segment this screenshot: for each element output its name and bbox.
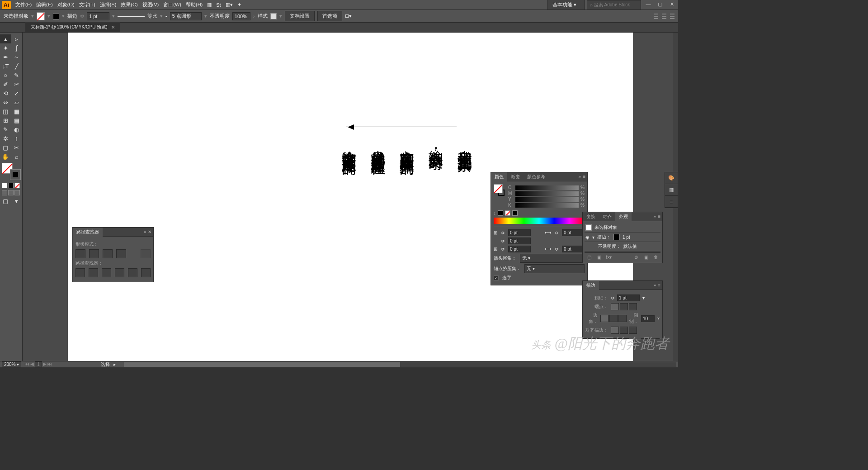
align-icon[interactable]: ⊞▾ <box>345 13 352 19</box>
panel-expand-icon[interactable]: » <box>654 283 656 288</box>
symbol-tool[interactable]: ✲ <box>0 134 11 143</box>
screen-mode-toggle[interactable]: ▾ <box>11 196 23 205</box>
cap-round[interactable] <box>620 303 628 310</box>
panel-close-icon[interactable]: ✕ <box>148 229 151 234</box>
menu-view[interactable]: 视图(V) <box>142 1 159 8</box>
none-mode[interactable] <box>14 183 20 188</box>
stroke-weight-input[interactable] <box>87 12 109 20</box>
gradient-mode[interactable] <box>8 183 14 188</box>
none-swatch[interactable] <box>505 210 510 216</box>
y-input[interactable] <box>508 237 531 244</box>
menu-help[interactable]: 帮助(H) <box>186 1 203 8</box>
miter-limit-input[interactable] <box>641 315 655 322</box>
minus-back-button[interactable] <box>141 268 151 277</box>
width-tool[interactable]: ⇔ <box>0 98 11 107</box>
menu-object[interactable]: 对象(O) <box>57 1 75 8</box>
stroke-swatch[interactable] <box>53 13 59 19</box>
k-slider[interactable] <box>515 203 579 208</box>
minus-front-button[interactable] <box>89 249 99 258</box>
divide-button[interactable] <box>75 268 85 277</box>
new-fill-icon[interactable]: ▢ <box>585 255 593 261</box>
workspace-switcher[interactable]: 基本功能 ▾ <box>547 0 585 10</box>
stroke-tab[interactable]: 描边 <box>583 281 599 290</box>
last-color[interactable] <box>498 210 503 216</box>
free-transform-tool[interactable]: ▱ <box>11 98 23 107</box>
document-tab[interactable]: 未标题-1* @ 200% (CMYK/GPU 预览) ✕ <box>25 22 120 32</box>
x2-input[interactable] <box>508 246 531 252</box>
pathfinder-tab[interactable]: 路径查找器 <box>73 228 103 237</box>
panel-menu-icon[interactable]: ≡ <box>658 283 660 288</box>
selection-tool[interactable]: ▴ <box>0 34 11 43</box>
search-input[interactable]: ⌕ 搜索 Adobe Stock <box>587 0 641 10</box>
preferences-button[interactable]: 首选项 <box>317 11 342 21</box>
dock-palette-icon[interactable]: 🎨 <box>665 172 678 184</box>
align-center[interactable] <box>611 327 619 334</box>
corner-round[interactable] <box>609 315 618 322</box>
panel-collapse-icon[interactable]: « <box>143 229 146 234</box>
dock-brushes-icon[interactable]: ≡ <box>665 196 678 208</box>
horizontal-scrollbar[interactable] <box>124 362 676 367</box>
slice-tool[interactable]: ✂ <box>11 143 23 152</box>
gpu-icon[interactable]: ✦ <box>237 2 241 8</box>
fx-icon[interactable]: fx▾ <box>605 255 613 261</box>
direct-selection-tool[interactable]: ▹ <box>11 34 23 43</box>
mesh-tool[interactable]: ⊞ <box>0 116 11 125</box>
y-slider[interactable] <box>515 197 579 202</box>
merge-button[interactable] <box>102 268 111 277</box>
draw-inside[interactable] <box>14 190 20 195</box>
duplicate-icon[interactable]: ▣ <box>642 255 650 261</box>
w2-input[interactable] <box>562 246 585 252</box>
corner-bevel[interactable] <box>618 315 627 322</box>
bridge-icon[interactable]: ▦ <box>207 2 212 8</box>
brush-input[interactable] <box>170 12 202 20</box>
prev-artboard[interactable]: ◀ <box>30 361 34 367</box>
magic-wand-tool[interactable]: ✦ <box>0 43 11 52</box>
pencil-tool[interactable]: ✐ <box>0 80 11 89</box>
gradient-tool[interactable]: ▤ <box>11 116 23 125</box>
unite-button[interactable] <box>75 249 85 258</box>
graph-tool[interactable]: ⫿ <box>11 134 23 143</box>
shape-builder-tool[interactable]: ◫ <box>0 107 11 116</box>
menu-select[interactable]: 选择(S) <box>100 1 117 8</box>
outline-button[interactable] <box>128 268 137 277</box>
cap-projecting[interactable] <box>629 303 637 310</box>
panel-menu-icon[interactable]: ≡ <box>583 174 585 179</box>
panel-expand-icon[interactable]: » <box>654 214 656 219</box>
pen-tool[interactable]: ✒ <box>0 52 11 62</box>
clear-icon[interactable]: ⊘ <box>632 255 640 261</box>
close-button[interactable]: ✕ <box>667 1 676 9</box>
panel-icon-2[interactable] <box>662 14 666 19</box>
last-artboard[interactable]: ⏭ <box>47 361 52 367</box>
arrow-tail-dropdown[interactable]: 无 ▾ <box>520 254 585 263</box>
artboard-number[interactable]: 1 <box>35 361 42 367</box>
panel-icon-3[interactable] <box>670 14 675 19</box>
screen-mode[interactable]: ▢ <box>0 196 11 205</box>
ligature-checkbox[interactable]: ✓ <box>494 275 499 280</box>
bw-swatch[interactable] <box>512 210 518 216</box>
ellipse-tool[interactable]: ○ <box>0 71 11 80</box>
curvature-tool[interactable]: ～ <box>11 52 23 62</box>
stock-icon[interactable]: St <box>216 2 221 8</box>
align-outside[interactable] <box>629 327 637 334</box>
color-tab[interactable]: 颜色 <box>491 172 507 181</box>
menu-edit[interactable]: 编辑(E) <box>36 1 53 8</box>
new-stroke-icon[interactable]: ▣ <box>595 255 603 261</box>
spectrum-picker[interactable] <box>494 218 585 224</box>
m-slider[interactable] <box>515 191 579 196</box>
eyedropper-tool[interactable]: ✎ <box>0 125 11 134</box>
transform-tab[interactable]: 变换 <box>583 212 599 221</box>
scale-tool[interactable]: ⤢ <box>11 89 23 98</box>
exclude-button[interactable] <box>116 249 126 258</box>
next-artboard[interactable]: ▶ <box>43 361 47 367</box>
eye-icon[interactable]: ◉ <box>585 235 590 240</box>
menu-type[interactable]: 文字(T) <box>79 1 95 8</box>
dock-swatches-icon[interactable]: ▦ <box>665 184 678 196</box>
brush-tool[interactable]: ✎ <box>11 71 23 80</box>
draw-behind[interactable] <box>8 190 14 195</box>
perspective-tool[interactable]: ▦ <box>11 107 23 116</box>
gradient-tab[interactable]: 渐变 <box>507 172 524 181</box>
eraser-tool[interactable]: ✂ <box>11 80 23 89</box>
w-input[interactable] <box>562 229 585 236</box>
corner-miter[interactable] <box>600 315 609 322</box>
tab-close-icon[interactable]: ✕ <box>111 25 115 30</box>
